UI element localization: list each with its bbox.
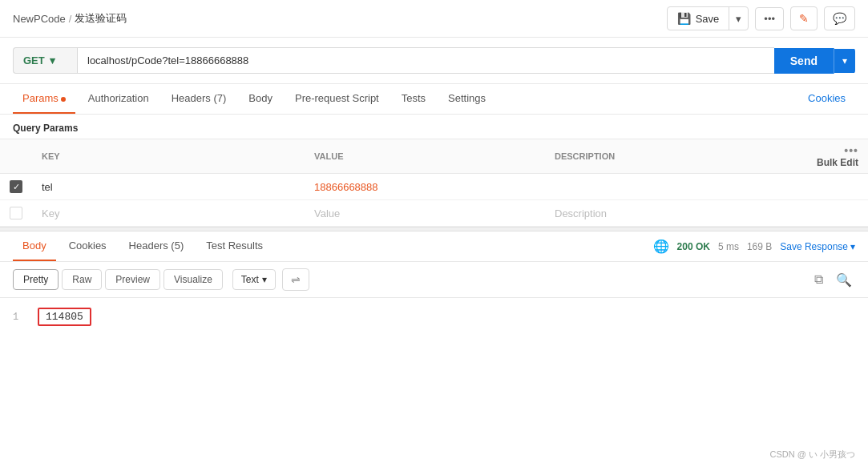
format-dropdown-icon: ▾ <box>262 274 267 285</box>
save-icon: 💾 <box>677 12 691 25</box>
response-header: Body Cookies Headers (5) Test Results 🌐 … <box>0 231 868 262</box>
view-preview-button[interactable]: Preview <box>105 269 160 290</box>
tab-body[interactable]: Body <box>239 84 282 114</box>
app-header: NewPCode / 发送验证码 💾 Save ▾ ••• ✎ 💬 <box>0 0 868 38</box>
row-actions-empty <box>804 200 868 227</box>
format-label: Text <box>241 274 259 285</box>
save-label: Save <box>696 13 720 25</box>
response-value: 114805 <box>46 311 83 323</box>
tab-cookies[interactable]: Cookies <box>798 84 855 114</box>
save-response-button[interactable]: Save Response ▾ <box>780 241 855 252</box>
breadcrumb-current: 发送验证码 <box>75 11 127 26</box>
filter-icon: ⇌ <box>291 273 301 286</box>
response-time: 5 ms <box>718 241 739 252</box>
params-table: KEY VALUE DESCRIPTION ••• Bulk Edit ✓ te… <box>0 139 868 227</box>
send-button-group: Send ▾ <box>774 48 855 74</box>
request-tabs: Params Authorization Headers (7) Body Pr… <box>0 84 868 115</box>
toolbar-right: ⧉ 🔍 <box>811 269 855 291</box>
row-actions <box>804 174 868 200</box>
query-params-title: Query Params <box>0 115 868 139</box>
status-code: 200 OK <box>677 241 710 252</box>
format-select[interactable]: Text ▾ <box>232 269 276 290</box>
response-highlighted-value: 114805 <box>38 308 91 326</box>
more-button[interactable]: ••• <box>755 7 784 30</box>
row-value-placeholder[interactable]: Value <box>305 200 545 227</box>
tab-tests[interactable]: Tests <box>392 84 435 114</box>
tab-response-body[interactable]: Body <box>13 231 56 261</box>
breadcrumb-parent[interactable]: NewPCode <box>13 13 66 25</box>
col-header-key: KEY <box>32 139 305 174</box>
globe-icon: 🌐 <box>653 239 669 254</box>
send-dropdown-button[interactable]: ▾ <box>834 49 855 73</box>
search-button[interactable]: 🔍 <box>833 269 855 291</box>
edit-button[interactable]: ✎ <box>790 6 818 30</box>
tab-response-cookies[interactable]: Cookies <box>59 231 116 261</box>
table-row: Key Value Description <box>0 200 868 227</box>
col-header-actions: ••• Bulk Edit <box>804 139 868 174</box>
view-visualize-button[interactable]: Visualize <box>164 269 223 290</box>
request-bar: GET ▾ Send ▾ <box>0 38 868 84</box>
view-raw-button[interactable]: Raw <box>62 269 102 290</box>
tab-authorization[interactable]: Authorization <box>79 84 159 114</box>
tab-pre-request-script[interactable]: Pre-request Script <box>285 84 389 114</box>
breadcrumb: NewPCode / 发送验证码 <box>13 11 127 26</box>
save-button[interactable]: 💾 Save <box>668 7 730 30</box>
copy-button[interactable]: ⧉ <box>811 269 826 291</box>
col-header-description: DESCRIPTION <box>545 139 804 174</box>
url-input-wrapper <box>77 47 774 74</box>
tab-params[interactable]: Params <box>13 84 75 114</box>
filter-button[interactable]: ⇌ <box>282 268 309 291</box>
tab-response-headers[interactable]: Headers (5) <box>119 231 194 261</box>
checkbox-unchecked-icon <box>10 207 22 219</box>
tab-headers[interactable]: Headers (7) <box>162 84 236 114</box>
response-toolbar: Pretty Raw Preview Visualize Text ▾ ⇌ ⧉ … <box>0 262 868 298</box>
response-body: 1 114805 <box>0 298 868 362</box>
save-button-group: 💾 Save ▾ <box>667 6 749 30</box>
row-value[interactable]: 18866668888 <box>305 174 545 200</box>
tab-settings[interactable]: Settings <box>438 84 495 114</box>
row-key-placeholder[interactable]: Key <box>32 200 305 227</box>
url-input[interactable] <box>78 48 774 73</box>
bulk-edit-button[interactable]: Bulk Edit <box>817 157 858 168</box>
comment-icon: 💬 <box>833 12 846 25</box>
row-desc-placeholder[interactable]: Description <box>545 200 804 227</box>
tab-response-test-results[interactable]: Test Results <box>196 231 273 261</box>
col-header-check <box>0 139 32 174</box>
checkbox-checked-icon: ✓ <box>10 180 22 193</box>
response-tabs: Body Cookies Headers (5) Test Results <box>13 231 653 261</box>
row-key[interactable]: tel <box>32 174 305 200</box>
save-dropdown-button[interactable]: ▾ <box>729 8 748 30</box>
response-status: 🌐 200 OK 5 ms 169 B Save Response ▾ <box>653 239 855 254</box>
save-response-dropdown-icon: ▾ <box>850 241 855 252</box>
method-label: GET <box>23 54 45 66</box>
view-pretty-button[interactable]: Pretty <box>13 269 59 290</box>
col-header-value: VALUE <box>305 139 545 174</box>
row-description[interactable] <box>545 174 804 200</box>
send-button[interactable]: Send <box>774 48 834 74</box>
search-icon: 🔍 <box>836 273 852 287</box>
col-more-icon: ••• <box>844 144 858 157</box>
row-checkbox[interactable]: ✓ <box>0 174 32 200</box>
method-select[interactable]: GET ▾ <box>13 47 77 74</box>
response-size: 169 B <box>747 241 772 252</box>
table-row: ✓ tel 18866668888 <box>0 174 868 200</box>
line-number: 1 <box>13 312 18 323</box>
method-dropdown-icon: ▾ <box>50 54 55 66</box>
params-dot <box>61 97 66 102</box>
breadcrumb-separator: / <box>69 13 72 25</box>
comment-button[interactable]: 💬 <box>824 6 855 30</box>
row-checkbox-empty[interactable] <box>0 200 32 227</box>
copy-icon: ⧉ <box>814 272 823 286</box>
header-actions: 💾 Save ▾ ••• ✎ 💬 <box>667 6 855 30</box>
